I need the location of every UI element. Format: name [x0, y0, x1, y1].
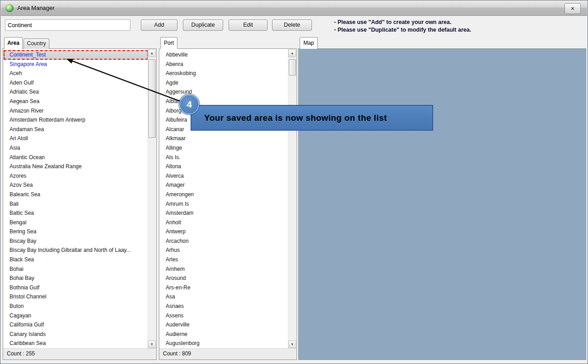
list-item[interactable]: Bothnia Gulf: [4, 283, 148, 293]
list-item[interactable]: Balearic Sea: [4, 190, 148, 199]
list-item[interactable]: Amsterdam: [160, 208, 288, 218]
list-item[interactable]: Allinge: [160, 143, 288, 153]
list-item[interactable]: Bengal: [4, 218, 148, 227]
list-item[interactable]: Baltic Sea: [4, 208, 148, 218]
area-list-panel: Continent_TestSingapore AreaAcehAden Gul…: [3, 48, 157, 360]
list-item[interactable]: Andaman Sea: [4, 125, 148, 134]
tab-country[interactable]: Country: [24, 38, 49, 49]
list-item[interactable]: Aggersund: [160, 87, 288, 97]
list-item[interactable]: Als Is.: [160, 153, 288, 162]
list-item[interactable]: Abbeville: [160, 50, 288, 60]
scroll-up-icon[interactable]: ▲: [288, 49, 296, 57]
map-image[interactable]: ungartangiThorshavn (Faroe Is)TallinnSka…: [299, 49, 588, 364]
scrollbar-thumb[interactable]: [289, 59, 296, 76]
list-item[interactable]: Augustenborg: [160, 339, 288, 348]
list-item[interactable]: Ari Atoll: [4, 134, 148, 143]
area-manager-window: Area Manager × Add Duplicate Edit Delete…: [0, 0, 588, 364]
title-bar: Area Manager ×: [1, 1, 587, 16]
instruction-line-1: - Please use "Add" to create your own ar…: [334, 19, 471, 26]
list-item[interactable]: Amager: [160, 180, 288, 190]
list-item[interactable]: Alverca: [160, 171, 288, 181]
list-item[interactable]: Australia New Zealand Range: [4, 162, 148, 171]
list-item[interactable]: Assens: [160, 311, 288, 321]
list-item[interactable]: Arcachon: [160, 236, 288, 246]
tab-area[interactable]: Area: [4, 37, 23, 49]
list-item[interactable]: Aceh: [4, 69, 148, 78]
scroll-down-icon[interactable]: ▼: [148, 340, 156, 348]
list-item[interactable]: Bohai Bay: [4, 274, 148, 283]
list-item[interactable]: Buton: [4, 302, 148, 311]
instruction-line-2: - Please use "Duplicate" to modify the d…: [334, 26, 471, 34]
list-item[interactable]: Black Sea: [4, 255, 148, 265]
list-item[interactable]: Asnaes: [160, 302, 288, 311]
list-item[interactable]: Azores: [4, 171, 148, 181]
edit-button[interactable]: Edit: [229, 19, 268, 31]
port-list: AbbevilleAbenraAeroskobingAgdeAggersundA…: [160, 49, 288, 348]
list-item[interactable]: Aden Gulf: [4, 78, 148, 88]
list-item[interactable]: Amazon River: [4, 106, 148, 116]
list-item[interactable]: Aegean Sea: [4, 97, 148, 106]
area-name-input[interactable]: [5, 19, 130, 31]
list-item[interactable]: Singapore Area: [4, 60, 148, 69]
list-item[interactable]: Arosund: [160, 274, 288, 283]
callout-bubble: Your saved area is now showing on the li…: [191, 105, 433, 131]
list-item[interactable]: Anholt: [160, 218, 288, 227]
scroll-up-icon[interactable]: ▲: [148, 49, 156, 57]
list-item[interactable]: Arnhem: [160, 265, 288, 274]
tab-port[interactable]: Port: [160, 37, 177, 49]
port-list-scrollbar[interactable]: ▲ ▼: [288, 49, 296, 348]
list-item[interactable]: California Gulf: [4, 320, 148, 330]
globe-icon: [5, 4, 14, 12]
list-item[interactable]: Amerongen: [160, 190, 288, 199]
list-item[interactable]: Continent_Test: [4, 50, 148, 60]
callout-text: Your saved area is now showing on the li…: [191, 113, 387, 123]
area-count-status: Count : 255: [3, 348, 156, 359]
list-item[interactable]: Azov Sea: [4, 180, 148, 190]
list-item[interactable]: Auderville: [160, 320, 288, 330]
list-item[interactable]: Bristol Channel: [4, 292, 148, 302]
list-item[interactable]: Bering Sea: [4, 227, 148, 236]
close-icon[interactable]: ×: [564, 3, 581, 14]
list-item[interactable]: Aeroskobing: [160, 69, 288, 78]
list-item[interactable]: Canary Islands: [4, 330, 148, 339]
list-item[interactable]: Bohai: [4, 265, 148, 274]
list-item[interactable]: Atlantic Ocean: [4, 153, 148, 162]
duplicate-button[interactable]: Duplicate: [183, 19, 223, 31]
scrollbar-thumb[interactable]: [148, 59, 156, 138]
list-item[interactable]: Cagayan: [4, 311, 148, 321]
callout-step-badge: 4: [179, 95, 199, 114]
instructions-text: - Please use "Add" to create your own ar…: [334, 19, 471, 34]
map-panel[interactable]: ungartangiThorshavn (Faroe Is)TallinnSka…: [298, 48, 586, 360]
list-item[interactable]: Alkmaar: [160, 134, 288, 143]
tab-map[interactable]: Map: [300, 37, 318, 49]
list-item[interactable]: Antwerp: [160, 227, 288, 236]
add-button[interactable]: Add: [141, 19, 177, 31]
list-item[interactable]: Abenra: [160, 60, 288, 69]
list-item[interactable]: Amrum Is: [160, 199, 288, 209]
scroll-down-icon[interactable]: ▼: [288, 340, 296, 348]
port-list-panel: AbbevilleAbenraAeroskobingAgdeAggersundA…: [159, 48, 297, 360]
list-item[interactable]: Ars-en-Re: [160, 283, 288, 293]
list-item[interactable]: Caribbean Sea: [4, 339, 148, 348]
area-list-scrollbar[interactable]: ▲ ▼: [148, 49, 156, 348]
window-title: Area Manager: [17, 5, 54, 11]
list-item[interactable]: Biscay Bay: [4, 236, 148, 246]
list-item[interactable]: Biscay Bay Including Gibraltar and North…: [4, 246, 148, 255]
list-item[interactable]: Audierne: [160, 330, 288, 339]
delete-button[interactable]: Delete: [272, 19, 312, 31]
area-list: Continent_TestSingapore AreaAcehAden Gul…: [4, 49, 148, 348]
list-item[interactable]: Amsterdam Rotterdam Antwerp: [4, 115, 148, 125]
list-item[interactable]: Agde: [160, 78, 288, 88]
list-item[interactable]: Altona: [160, 162, 288, 171]
list-item[interactable]: Asa: [160, 292, 288, 302]
list-item[interactable]: Bali: [4, 199, 148, 209]
list-item[interactable]: Adriatic Sea: [4, 87, 148, 97]
list-item[interactable]: Asia: [4, 143, 148, 153]
selection-marquee: [4, 50, 148, 60]
list-item[interactable]: Arhus: [160, 246, 288, 255]
list-item[interactable]: Arles: [160, 255, 288, 265]
port-count-status: Count : 809: [159, 348, 296, 359]
